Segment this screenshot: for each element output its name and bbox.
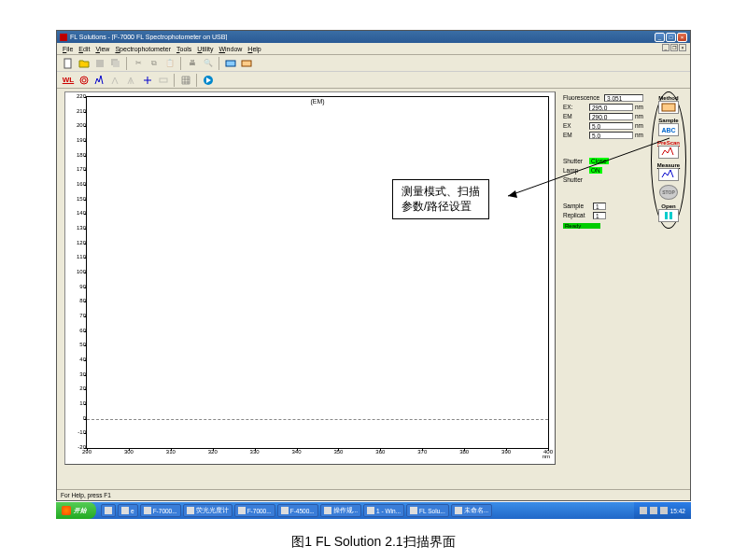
measure-button[interactable] <box>658 168 679 181</box>
start-icon <box>62 506 71 515</box>
menu-spectrophotometer[interactable]: Spectrophotometer <box>115 46 171 52</box>
paste-button[interactable]: 📋 <box>162 56 177 70</box>
grid-button[interactable] <box>178 73 193 87</box>
svg-rect-12 <box>669 212 672 219</box>
tray-icon[interactable] <box>660 507 668 514</box>
svg-point-6 <box>80 77 88 84</box>
peak-a-button[interactable] <box>108 73 123 87</box>
taskbar-item[interactable]: F-7000... <box>140 504 181 517</box>
taskbar-item[interactable]: 未命名... <box>451 504 492 517</box>
ready-status: Ready <box>563 223 600 229</box>
tool-b-button[interactable] <box>239 56 254 70</box>
sample-button[interactable]: ABC <box>658 123 679 136</box>
new-button[interactable] <box>61 56 76 70</box>
y-tick-label: 20 <box>79 385 86 391</box>
em2-label: EM <box>563 132 589 138</box>
sample-label: Sample <box>563 203 593 209</box>
close-button[interactable]: × <box>677 33 687 42</box>
mdi-restore[interactable]: ❐ <box>670 44 678 51</box>
y-tick-label: 190 <box>77 137 86 143</box>
peaks-button[interactable] <box>92 73 107 87</box>
y-tick-label: 170 <box>77 166 86 172</box>
y-tick-label: 90 <box>79 284 86 289</box>
svg-rect-1 <box>96 60 104 67</box>
ex-value: 295.0 <box>589 104 633 111</box>
maximize-button[interactable]: □ <box>666 33 676 42</box>
taskbar-item[interactable]: e <box>118 504 138 517</box>
peak-b-button[interactable] <box>124 73 139 87</box>
content-area: (EM) nm -20-1001020304050607080901001101… <box>57 90 690 488</box>
taskbar-item[interactable]: 荧光光度计 <box>183 504 233 517</box>
run-button[interactable] <box>201 73 216 87</box>
ex2-label: EX <box>563 122 589 129</box>
fluor-label: Fluorescence <box>563 94 604 101</box>
ex2-value: 5.0 <box>589 122 633 130</box>
mdi-close[interactable]: × <box>679 44 686 51</box>
save-all-button[interactable] <box>108 56 123 70</box>
minimize-button[interactable]: _ <box>655 33 665 42</box>
y-tick-label: 200 <box>77 122 86 128</box>
mdi-minimize[interactable]: _ <box>662 44 669 51</box>
svg-rect-4 <box>226 61 235 66</box>
plot-title: (EM) <box>310 98 324 105</box>
system-tray[interactable]: 15:42 <box>634 502 691 519</box>
svg-rect-8 <box>160 78 167 82</box>
menu-edit[interactable]: Edit <box>78 46 90 52</box>
tray-icon[interactable] <box>640 507 647 514</box>
target-button[interactable] <box>77 73 92 87</box>
mdi-controls: _ ❐ × <box>662 44 686 51</box>
open-data-button[interactable] <box>658 209 679 222</box>
svg-rect-10 <box>662 104 675 111</box>
menu-tools[interactable]: Tools <box>176 46 191 52</box>
method-button[interactable] <box>658 101 679 114</box>
lamp-value: ON <box>589 167 602 174</box>
tray-icon[interactable] <box>650 507 657 514</box>
taskbar-item[interactable]: F-7000... <box>234 504 275 517</box>
wl-button[interactable]: WL <box>61 73 76 87</box>
menu-utility[interactable]: Utility <box>197 46 213 52</box>
replicat-label: Replicat <box>563 212 593 218</box>
y-tick-label: 10 <box>79 400 86 406</box>
menu-help[interactable]: Help <box>247 46 261 52</box>
y-tick-label: 100 <box>77 269 86 274</box>
toolbar-spectrum: WL <box>57 72 690 89</box>
open-button[interactable] <box>77 56 92 70</box>
clock: 15:42 <box>670 508 685 514</box>
menu-view[interactable]: View <box>95 46 109 52</box>
taskbar-item[interactable]: 1 - Win... <box>363 504 404 517</box>
save-button[interactable] <box>92 56 107 70</box>
preview-button[interactable]: 🔍 <box>201 56 216 70</box>
y-tick-label: 0 <box>83 415 86 421</box>
em-value: 290.0 <box>589 113 633 120</box>
readout-panel: Fluorescence3.051 EX:295.0nm EM290.0nm E… <box>561 91 645 465</box>
copy-button[interactable]: ⧉ <box>147 56 162 70</box>
taskbar-item[interactable]: F-4500... <box>277 504 318 517</box>
svg-point-7 <box>82 78 86 82</box>
start-button[interactable]: 开始 <box>56 502 96 519</box>
zoom-button[interactable] <box>140 73 155 87</box>
taskbar-item[interactable]: 操作规... <box>320 504 361 517</box>
y-tick-label: 110 <box>77 254 86 259</box>
y-tick-label: 210 <box>77 108 86 114</box>
shutter2-label: Shutter <box>563 176 583 183</box>
status-text: For Help, press F1 <box>61 492 111 498</box>
plot-canvas[interactable]: (EM) nm -20-1001020304050607080901001101… <box>86 96 549 449</box>
stop-button[interactable]: STOP <box>659 185 678 200</box>
cut-button[interactable]: ✂ <box>131 56 146 70</box>
print-button[interactable]: 🖶 <box>185 56 200 70</box>
ex-label: EX: <box>563 104 589 110</box>
y-tick-label: 140 <box>77 210 86 216</box>
quicklaunch[interactable] <box>101 504 116 517</box>
taskbar-item[interactable]: FL Solu... <box>406 504 449 517</box>
plot-area: (EM) nm -20-1001020304050607080901001101… <box>64 91 556 465</box>
taskbar: 开始 eF-7000...荧光光度计F-7000...F-4500...操作规.… <box>56 502 691 519</box>
prescan-button[interactable] <box>658 146 679 159</box>
replicat-value: 1 <box>593 212 606 219</box>
scale-button[interactable] <box>156 73 171 87</box>
menu-window[interactable]: Window <box>218 46 242 52</box>
y-tick-label: 220 <box>77 93 86 99</box>
svg-rect-3 <box>113 61 120 67</box>
y-tick-label: 180 <box>77 152 86 158</box>
tool-a-button[interactable] <box>223 56 238 70</box>
menu-file[interactable]: File <box>63 46 73 52</box>
